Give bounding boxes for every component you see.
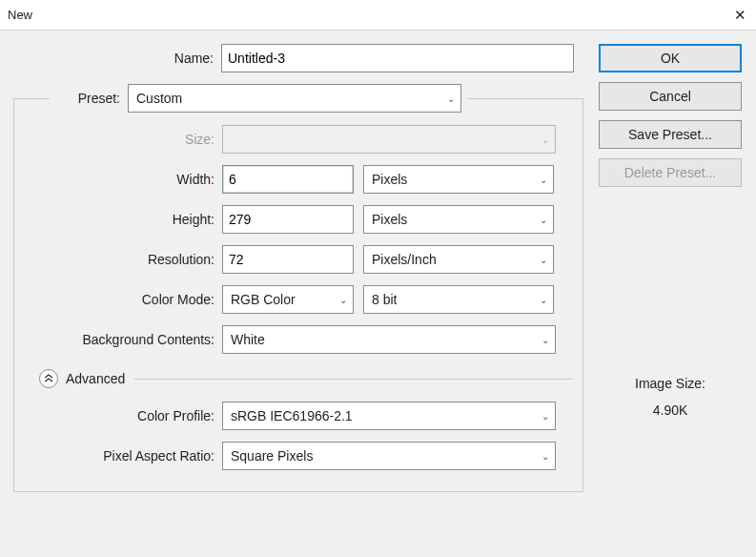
pixel-aspect-select[interactable]: Square Pixels ⌄	[222, 442, 556, 470]
image-size-value: 4.90K	[599, 402, 742, 418]
name-label: Name:	[13, 51, 221, 66]
preset-value: Custom	[136, 91, 439, 106]
ok-button[interactable]: OK	[599, 44, 742, 72]
resolution-row: Resolution: Pixels/Inch ⌄	[14, 245, 573, 274]
dialog-body: Name: Preset: Custom ⌄ Size:	[0, 31, 756, 55]
height-unit-value: Pixels	[372, 212, 532, 227]
color-depth-value: 8 bit	[372, 292, 532, 307]
width-label: Width:	[14, 172, 222, 187]
close-icon[interactable]: ✕	[708, 7, 746, 24]
advanced-header: Advanced	[14, 369, 573, 388]
color-profile-row: Color Profile: sRGB IEC61966-2.1 ⌄	[14, 402, 573, 430]
width-row: Width: Pixels ⌄	[14, 165, 573, 194]
size-select: ⌄	[222, 125, 556, 154]
double-chevron-up-icon	[44, 374, 53, 383]
preset-select[interactable]: Custom ⌄	[128, 84, 461, 113]
pixel-aspect-label: Pixel Aspect Ratio:	[14, 448, 222, 464]
color-mode-row: Color Mode: RGB Color ⌄ 8 bit ⌄	[14, 285, 573, 314]
height-input[interactable]	[222, 205, 354, 234]
name-row: Name:	[13, 44, 583, 72]
chevron-down-icon: ⌄	[339, 295, 347, 305]
width-input[interactable]	[222, 165, 354, 194]
resolution-unit-select[interactable]: Pixels/Inch ⌄	[363, 245, 554, 274]
save-preset-button[interactable]: Save Preset...	[599, 120, 742, 149]
size-label: Size:	[14, 132, 222, 147]
chevron-down-icon: ⌄	[541, 134, 549, 145]
color-profile-select[interactable]: sRGB IEC61966-2.1 ⌄	[222, 402, 556, 430]
preset-label: Preset:	[13, 91, 128, 106]
chevron-down-icon: ⌄	[541, 451, 549, 462]
chevron-down-icon: ⌄	[447, 93, 455, 104]
image-size-info: Image Size: 4.90K	[599, 376, 742, 418]
settings-frame: Size: ⌄ Width: Pixels ⌄	[13, 98, 583, 492]
bg-contents-label: Background Contents:	[14, 332, 222, 347]
chevron-down-icon: ⌄	[541, 335, 549, 345]
advanced-label: Advanced	[66, 371, 125, 386]
color-profile-value: sRGB IEC61966-2.1	[231, 408, 534, 423]
color-mode-select[interactable]: RGB Color ⌄	[222, 285, 354, 314]
chevron-down-icon: ⌄	[541, 411, 549, 422]
color-mode-value: RGB Color	[231, 292, 332, 307]
pixel-aspect-row: Pixel Aspect Ratio: Square Pixels ⌄	[14, 442, 573, 470]
chevron-down-icon: ⌄	[540, 215, 547, 225]
bg-contents-row: Background Contents: White ⌄	[14, 325, 573, 354]
delete-preset-button: Delete Preset...	[599, 158, 742, 187]
preset-row: Preset: Custom ⌄	[13, 84, 583, 113]
advanced-divider	[134, 379, 573, 380]
height-label: Height:	[14, 212, 222, 227]
width-unit-value: Pixels	[372, 172, 532, 187]
height-unit-select[interactable]: Pixels ⌄	[363, 205, 554, 234]
titlebar: New ✕	[0, 0, 756, 31]
chevron-down-icon: ⌄	[540, 255, 547, 265]
resolution-unit-value: Pixels/Inch	[372, 252, 532, 267]
cancel-button[interactable]: Cancel	[599, 82, 742, 111]
preset-group: Preset: Custom ⌄ Size: ⌄ Width:	[13, 84, 583, 492]
resolution-input[interactable]	[222, 245, 354, 274]
color-mode-label: Color Mode:	[14, 292, 222, 307]
size-row: Size: ⌄	[14, 125, 573, 154]
image-size-label: Image Size:	[599, 376, 742, 391]
name-input[interactable]	[221, 44, 574, 72]
main-panel: Name: Preset: Custom ⌄ Size:	[13, 44, 583, 492]
advanced-collapse-icon[interactable]	[39, 369, 58, 388]
bg-contents-select[interactable]: White ⌄	[222, 325, 556, 354]
color-depth-select[interactable]: 8 bit ⌄	[363, 285, 554, 314]
resolution-label: Resolution:	[14, 252, 222, 267]
right-panel: OK Cancel Save Preset... Delete Preset..…	[599, 44, 742, 418]
chevron-down-icon: ⌄	[540, 175, 547, 185]
chevron-down-icon: ⌄	[540, 295, 547, 305]
height-row: Height: Pixels ⌄	[14, 205, 573, 234]
bg-contents-value: White	[231, 332, 534, 347]
width-unit-select[interactable]: Pixels ⌄	[363, 165, 554, 194]
color-profile-label: Color Profile:	[14, 408, 222, 423]
pixel-aspect-value: Square Pixels	[231, 448, 534, 464]
window-title: New	[8, 8, 32, 22]
